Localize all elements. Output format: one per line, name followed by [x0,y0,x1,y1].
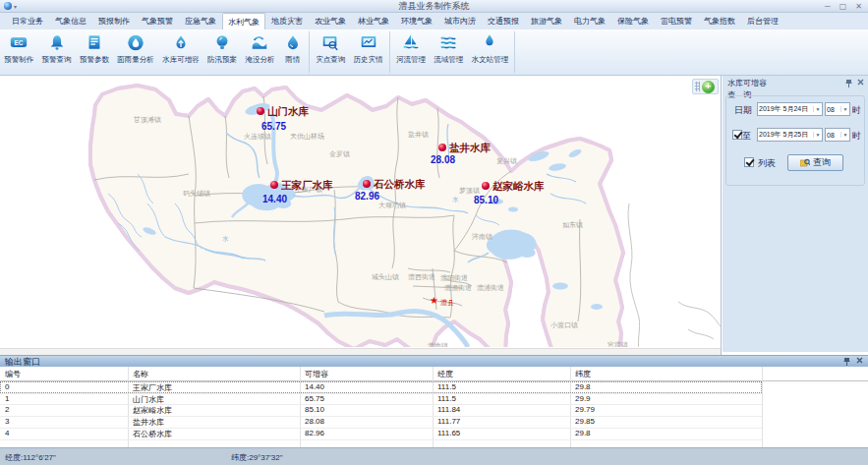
menu-tab-3[interactable]: 预报制作 [92,13,136,29]
town-label: 金罗镇 [329,150,350,158]
menu-tab-15[interactable]: 保险气象 [611,13,655,29]
maximize-button[interactable]: ▢ [839,0,847,13]
start-hour-select[interactable]: 08 ▼ [825,102,850,116]
防汛预案-button[interactable]: 防汛预案 [203,29,241,75]
table-cell: 29.8 [575,382,591,391]
window-title: 澧县业务制作系统 [0,0,868,13]
menu-tab-12[interactable]: 交通预报 [482,13,525,29]
menu-tab-17[interactable]: 气象指数 [698,13,741,29]
menu-tab-1[interactable]: 日常业务 [6,13,49,29]
to-date-checkbox[interactable] [732,130,742,140]
alert-query-icon [47,32,67,52]
panel-title: 水库可增容 [727,79,767,87]
toolbar-button-label: 灾点查询 [316,55,345,65]
pin-icon[interactable] [843,357,850,366]
zoom-in-button[interactable]: + [702,81,715,93]
end-date-select[interactable]: 2019年 5月25日 ▼ [757,128,823,142]
reservoir-dot-icon [363,180,371,188]
list-checkbox[interactable] [744,157,754,167]
panel-close-icon[interactable] [857,79,864,86]
灾点查询-button[interactable]: 灾点查询 [312,29,349,75]
output-table-header: 编号名称可增容经度纬度 [0,367,868,381]
menu-tab-2[interactable]: 气象信息 [49,13,92,29]
reservoir-capacity-panel: 水库可增容 查 询 日期 2019年 5月24日 ▼ 08 ▼ 时 至 2019… [723,76,868,352]
output-window: 输出窗口 编号名称可增容经度纬度0王家厂水库14.40111.529.81山门水… [0,355,868,447]
水库可增容-button[interactable]: 水库可增容 [158,29,203,75]
table-row[interactable]: 4石公桥水库82.96111.6529.8 [0,428,762,439]
menu-tab-11[interactable]: 城市内涝 [438,13,482,29]
minimize-button[interactable]: ─ [825,0,831,13]
town-label: 涔南镇 [472,233,492,241]
toolbar-separator [309,31,310,73]
start-date-select[interactable]: 2019年 5月24日 ▼ [757,102,823,116]
toolbar-button-label: 预警查询 [42,55,72,65]
table-row[interactable]: 3盐井水库28.08111.7729.85 [0,416,762,428]
table-cell: 111.84 [437,405,460,414]
toolbar-button-label: 水文站管理 [472,55,509,65]
预警查询-button[interactable]: 预警查询 [37,29,75,75]
menu-tab-9[interactable]: 林业气象 [352,13,395,29]
reservoir-value: 28.08 [431,154,455,165]
chevron-down-icon: ▼ [813,106,822,112]
reservoir-value: 65.75 [261,121,286,132]
reservoir-name: 石公桥水库 [373,178,426,190]
date-label: 日期 [734,104,752,117]
reservoir-value: 85.10 [474,195,498,205]
map-horizontal-scrollbar[interactable] [0,348,721,355]
menu-tab-14[interactable]: 电力气象 [568,13,611,29]
town-label: 甘溪滩镇 [133,116,161,124]
hour-suffix: 时 [852,104,861,117]
menu-tab-4[interactable]: 气象预警 [136,13,179,29]
output-close-icon[interactable] [856,357,863,364]
river-name-label: 水 [222,235,229,242]
column-header-4[interactable]: 经度 [437,369,453,379]
column-header-2[interactable]: 名称 [133,369,148,379]
menu-tab-7[interactable]: 地质灾害 [265,13,309,29]
map-area[interactable]: 甘溪滩镇码头铺镇火连坡镇天供山林场金罗镇盐井镇复兴镇梦溪镇王家厂镇大堰垱镇涔南镇… [0,76,722,355]
menu-tab-13[interactable]: 旅游气象 [525,13,568,29]
menu-tab-16[interactable]: 雷电预警 [655,13,698,29]
menu-tab-6[interactable]: 水利气象 [222,13,265,29]
table-cell: 111.5 [437,394,456,403]
reservoir-capacity-icon [171,32,191,52]
toolbar-button-label: 预警参数 [80,55,109,65]
outside-features [628,203,721,347]
town-label: 澧阳街道 [440,274,468,282]
面雨量分析-button[interactable]: 面雨量分析 [113,29,158,75]
end-hour-select[interactable]: 08 ▼ [825,128,850,142]
column-header-3[interactable]: 可增容 [305,369,328,379]
list-label: 列表 [758,157,776,170]
hour-suffix: 时 [852,130,861,143]
menu-tab-5[interactable]: 应急气象 [179,13,222,29]
menu-tab-18[interactable]: 后台管理 [741,13,784,29]
column-header-1[interactable]: 编号 [5,369,21,379]
table-cell: 石公桥水库 [133,429,172,439]
toolbar-button-label: 河流管理 [396,55,426,65]
预警参数-button[interactable]: 预警参数 [76,29,113,75]
雨情-button[interactable]: 雨情 [279,29,307,75]
reservoir-name: 山门水库 [267,105,310,117]
table-row[interactable]: 1山门水库65.75111.529.9 [0,393,762,405]
河流管理-button[interactable]: 河流管理 [392,29,430,75]
town-label: 复兴镇 [496,157,517,165]
table-row[interactable]: 2赵家峪水库85.10111.8429.79 [0,404,762,416]
rain-info-icon [283,32,303,52]
query-button[interactable]: 查询 [787,154,843,171]
水文站管理-button[interactable]: 水文站管理 [468,29,513,75]
column-header-5[interactable]: 纬度 [575,369,591,379]
reservoir-value: 14.40 [262,194,287,204]
menu-tab-8[interactable]: 农业气象 [309,13,352,29]
淹没分析-button[interactable]: 淹没分析 [241,29,278,75]
预警制作-button[interactable]: EC预警制作 [0,29,37,75]
pin-icon[interactable] [845,79,852,87]
county-map: 甘溪滩镇码头铺镇火连坡镇天供山林场金罗镇盐井镇复兴镇梦溪镇王家厂镇大堰垱镇涔南镇… [0,76,721,347]
menu-tab-10[interactable]: 环境气象 [395,13,438,29]
table-cell: 山门水库 [133,394,164,405]
table-row[interactable]: 0王家厂水库14.40111.529.8 [0,381,762,393]
历史灾情-button[interactable]: 历史灾情 [349,29,386,75]
toolbar-button-label: 防汛预案 [207,55,237,65]
drag-handle-icon[interactable] [695,82,700,91]
流域管理-button[interactable]: 流域管理 [430,29,467,75]
town-label: 城头山镇 [371,273,399,281]
close-button[interactable]: ✕ [855,0,862,13]
